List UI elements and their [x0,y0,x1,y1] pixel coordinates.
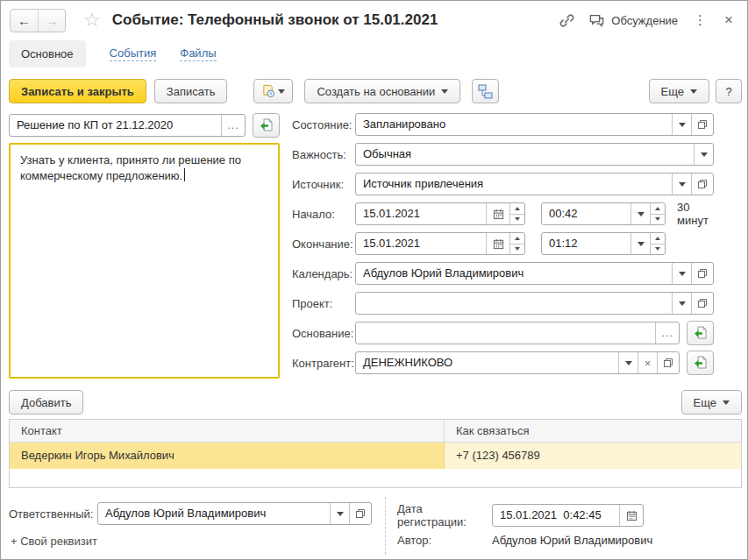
favorite-star-icon[interactable]: ☆ [83,11,101,30]
start-time-value: 00:42 [542,203,630,224]
table-row[interactable]: Ведеркин Игорь Михайлович +7 (123) 45678… [10,443,741,469]
forward-button[interactable]: → [38,10,65,32]
back-button[interactable]: ← [11,10,38,32]
time-spinner[interactable] [650,203,665,224]
structure-icon [478,84,493,99]
discussion-button[interactable]: Обсуждение [588,12,678,29]
basis-ellipsis-button[interactable]: ... [655,323,679,344]
add-contact-button[interactable]: Добавить [9,390,83,415]
calendar-value: Абдулов Юрий Владимирович [356,263,672,284]
end-label: Окончание: [292,237,355,251]
dropdown-arrow-icon[interactable] [672,114,691,135]
save-and-close-button[interactable]: Записать и закрыть [9,79,146,103]
end-date-value: 15.01.2021 [356,233,486,254]
field-row-calendar: Календарь: Абдулов Юрий Владимирович [292,262,714,285]
author-row: Автор: Абдулов Юрий Владимирович [397,534,652,547]
time-spinner[interactable] [650,233,665,254]
link-icon[interactable] [559,12,575,29]
counterparty-label: Контрагент: [292,357,355,370]
end-date-input[interactable]: 15.01.2021 [355,232,525,255]
discussion-icon [588,12,605,29]
column-header-how-to-contact: Как связаться [445,420,741,442]
calendar-icon[interactable] [619,505,643,526]
description-text: Узнать у клиента, принято ли решение по … [20,153,241,182]
subject-input[interactable]: Решение по КП от 21.12.2020 ... [9,114,246,137]
document-clock-icon [261,84,275,98]
open-icon[interactable] [691,293,713,314]
start-date-value: 15.01.2021 [356,203,486,224]
toolbar-more-button[interactable]: Еще [649,79,709,103]
responsible-select[interactable]: Абдулов Юрий Владимирович [97,502,372,525]
pick-from-list-icon [694,356,708,370]
state-label: Состояние: [292,118,355,131]
create-based-on-button[interactable]: Создать на основании [304,79,460,103]
open-icon[interactable] [691,174,713,195]
date-spinner[interactable] [509,203,524,224]
author-label: Автор: [397,534,492,547]
tab-main[interactable]: Основное [9,40,86,67]
description-textarea[interactable]: Узнать у клиента, принято ли решение по … [9,143,280,379]
start-date-input[interactable]: 15.01.2021 [355,202,525,225]
calendar-icon[interactable] [486,233,509,254]
contacts-more-button[interactable]: Еще [681,390,742,415]
project-label: Проект: [292,297,355,310]
open-icon[interactable] [691,114,713,135]
state-select[interactable]: Запланировано [355,113,714,136]
open-icon[interactable] [349,503,371,524]
reminder-button[interactable] [253,79,293,103]
contact-cell[interactable]: Ведеркин Игорь Михайлович [10,443,445,469]
discussion-label: Обсуждение [611,14,678,27]
footer-divider [385,497,386,555]
add-custom-attribute-link[interactable]: + Свой реквизит [11,535,97,548]
field-row-basis: Основание: ... [292,322,714,344]
date-spinner[interactable] [509,233,524,254]
importance-select[interactable]: Обычная [355,143,714,166]
clear-icon[interactable]: × [638,352,657,373]
help-button[interactable]: ? [716,79,742,103]
open-icon[interactable] [657,352,679,373]
more-label: Еще [694,396,716,409]
dropdown-arrow-icon[interactable] [618,352,638,373]
dropdown-arrow-icon[interactable] [330,503,349,524]
start-time-input[interactable]: 00:42 [541,202,666,225]
registration-date-input[interactable]: 15.01.2021 0:42:45 [492,504,644,527]
tab-files[interactable]: Файлы [180,46,216,61]
end-time-input[interactable]: 01:12 [541,232,666,255]
basis-pick-button[interactable] [687,321,714,345]
tabs: Основное События Файлы [9,40,217,67]
calendar-select[interactable]: Абдулов Юрий Владимирович [355,262,714,285]
field-row-importance: Важность: Обычная [292,143,714,166]
dropdown-arrow-icon[interactable] [672,263,691,284]
dropdown-arrow-icon[interactable] [630,233,650,254]
dropdown-arrow-icon[interactable] [672,174,691,195]
dropdown-arrow-icon[interactable] [630,203,650,224]
open-icon[interactable] [691,263,713,284]
source-select[interactable]: Источник привлечения [355,173,714,195]
column-header-contact: Контакт [10,420,445,442]
contacts-table: Контакт Как связаться Ведеркин Игорь Мих… [9,419,742,488]
dropdown-arrow-icon[interactable] [672,293,691,314]
counterparty-pick-button[interactable] [687,351,714,375]
how-to-contact-cell[interactable]: +7 (123) 456789 [445,443,741,469]
calendar-icon[interactable] [486,203,509,224]
tab-events[interactable]: События [110,46,157,61]
calendar-label: Календарь: [292,267,355,280]
registration-date-value: 15.01.2021 0:42:45 [493,505,619,526]
field-row-end: Окончание: 15.01.2021 01:12 [292,232,714,255]
dropdown-arrow-icon[interactable] [694,144,713,165]
history-nav: ← → [10,9,66,32]
project-select[interactable] [355,292,714,315]
basis-input[interactable]: ... [355,322,680,344]
subject-ellipsis-button[interactable]: ... [221,115,245,136]
author-value: Абдулов Юрий Владимирович [492,534,652,547]
responsible-value: Абдулов Юрий Владимирович [98,503,330,524]
subject-pick-button[interactable] [253,113,280,138]
source-placeholder: Источник привлечения [356,174,672,195]
counterparty-select[interactable]: ДЕНЕЖНИКОВО × [355,351,680,374]
save-button[interactable]: Записать [154,79,228,103]
contacts-table-header: Контакт Как связаться [10,420,741,443]
pick-from-list-icon [694,326,708,340]
more-actions-icon[interactable]: ⋮ [691,12,709,28]
close-icon[interactable]: × [723,11,735,29]
structure-button[interactable] [472,79,499,103]
